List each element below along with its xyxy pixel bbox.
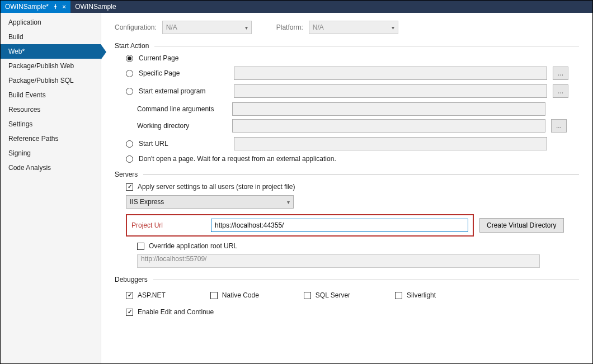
sidebar-item-label: Settings: [8, 120, 32, 128]
checkbox-label: Enable Edit and Continue: [138, 308, 214, 316]
radio-label: Don't open a page. Wait for a request fr…: [139, 155, 336, 163]
browse-working-dir-button[interactable]: ...: [551, 119, 567, 133]
checkbox-aspnet[interactable]: [126, 292, 133, 299]
sidebar-item-label: Build: [8, 33, 23, 41]
pin-icon[interactable]: [52, 3, 59, 10]
radio-start-url[interactable]: [126, 140, 133, 148]
sidebar-item-reference-paths[interactable]: Reference Paths: [1, 131, 101, 146]
radio-label: Specific Page: [139, 69, 228, 77]
document-tabstrip: OWINSample* × OWINSample: [1, 1, 592, 13]
tab-label: OWINSample: [75, 3, 116, 11]
checkbox-edit-and-continue[interactable]: [126, 309, 133, 316]
cmd-args-label: Command line arguments: [137, 105, 227, 113]
start-url-input[interactable]: [234, 137, 547, 150]
section-title: Servers: [115, 171, 138, 178]
tab-label: OWINSample*: [5, 3, 49, 11]
divider: [154, 46, 579, 46]
divider: [153, 280, 579, 280]
tab-owinsample-dirty[interactable]: OWINSample* ×: [1, 1, 70, 13]
checkbox-native-code[interactable]: [210, 292, 218, 299]
platform-dropdown: N/A ▾: [309, 21, 398, 34]
sidebar-item-web[interactable]: Web*: [1, 44, 101, 59]
select-value: IIS Express: [130, 198, 164, 206]
radio-start-external-program[interactable]: [126, 88, 133, 95]
chevron-down-icon: ▾: [392, 25, 394, 31]
platform-label: Platform:: [276, 23, 303, 31]
sidebar-item-signing[interactable]: Signing: [1, 146, 101, 160]
sidebar-item-settings[interactable]: Settings: [1, 117, 101, 131]
sidebar-item-label: Package/Publish Web: [8, 62, 74, 70]
dropdown-value: N/A: [166, 23, 177, 31]
radio-label: Start URL: [139, 140, 228, 148]
sidebar-item-label: Web*: [8, 48, 25, 55]
browse-external-program-button[interactable]: ...: [553, 84, 568, 98]
ellipsis-icon: ...: [556, 122, 562, 130]
project-properties-window: OWINSample* × OWINSample Application Bui…: [0, 0, 593, 364]
sidebar-item-build[interactable]: Build: [1, 30, 101, 44]
divider: [143, 174, 579, 175]
radio-label: Start external program: [139, 87, 228, 95]
sidebar-item-code-analysis[interactable]: Code Analysis: [1, 160, 101, 175]
working-dir-label: Working directory: [137, 122, 227, 130]
project-url-input[interactable]: [211, 219, 468, 232]
sidebar-item-label: Code Analysis: [8, 164, 51, 172]
section-debuggers: Debuggers: [115, 276, 579, 283]
sidebar-item-label: Package/Publish SQL: [8, 77, 74, 84]
radio-specific-page[interactable]: [126, 70, 133, 77]
sidebar-item-label: Application: [8, 18, 41, 26]
cmd-args-input[interactable]: [232, 102, 545, 116]
external-program-input[interactable]: [234, 84, 547, 98]
radio-label: Current Page: [139, 54, 228, 62]
server-type-select[interactable]: IIS Express ▾: [126, 195, 294, 209]
radio-dont-open-page[interactable]: [126, 155, 133, 163]
dropdown-value: N/A: [313, 23, 324, 31]
close-icon[interactable]: ×: [62, 3, 66, 11]
sidebar-item-application[interactable]: Application: [1, 15, 101, 30]
browse-specific-page-button[interactable]: ...: [553, 67, 568, 80]
section-servers: Servers: [115, 171, 579, 178]
sidebar-item-label: Signing: [8, 149, 31, 157]
root-url-input: http://localhost:55709/: [137, 254, 540, 268]
sidebar-item-resources[interactable]: Resources: [1, 102, 101, 117]
checkbox-label: SQL Server: [316, 291, 350, 299]
create-virtual-directory-button[interactable]: Create Virtual Directory: [479, 218, 564, 233]
specific-page-input[interactable]: [234, 67, 547, 80]
configuration-dropdown: N/A ▾: [162, 21, 252, 34]
checkbox-silverlight[interactable]: [395, 292, 402, 299]
configuration-label: Configuration:: [115, 23, 157, 31]
checkbox-sql-server[interactable]: [304, 292, 311, 299]
section-title: Start Action: [115, 42, 149, 50]
sidebar-item-label: Reference Paths: [8, 135, 58, 143]
button-label: Create Virtual Directory: [487, 221, 557, 229]
web-property-page: Configuration: N/A ▾ Platform: N/A ▾ Sta…: [101, 13, 592, 363]
sidebar-item-build-events[interactable]: Build Events: [1, 88, 101, 102]
tab-owinsample[interactable]: OWINSample: [70, 1, 120, 13]
checkbox-label: ASP.NET: [138, 291, 166, 299]
sidebar-item-package-publish-web[interactable]: Package/Publish Web: [1, 59, 101, 73]
ellipsis-icon: ...: [558, 87, 563, 95]
chevron-down-icon: ▾: [245, 25, 248, 31]
sidebar-item-package-publish-sql[interactable]: Package/Publish SQL: [1, 73, 101, 88]
radio-current-page[interactable]: [126, 55, 133, 62]
section-title: Debuggers: [115, 276, 148, 283]
chevron-down-icon: ▾: [287, 199, 290, 205]
checkbox-override-root-url[interactable]: [137, 243, 144, 250]
checkbox-label: Silverlight: [407, 291, 436, 299]
checkbox-label: Override application root URL: [149, 242, 237, 250]
sidebar-item-label: Build Events: [8, 91, 46, 99]
input-value: http://localhost:55709/: [141, 255, 206, 263]
property-page-sidebar: Application Build Web* Package/Publish W…: [1, 13, 101, 363]
section-start-action: Start Action: [115, 42, 579, 50]
ellipsis-icon: ...: [558, 69, 563, 77]
project-url-highlight: Project Url: [126, 214, 474, 237]
working-dir-input[interactable]: [232, 119, 545, 133]
checkbox-label: Apply server settings to all users (stor…: [138, 183, 295, 191]
project-url-label: Project Url: [131, 221, 204, 229]
sidebar-item-label: Resources: [8, 106, 40, 114]
checkbox-apply-all-users[interactable]: [126, 183, 133, 191]
checkbox-label: Native Code: [222, 291, 259, 299]
